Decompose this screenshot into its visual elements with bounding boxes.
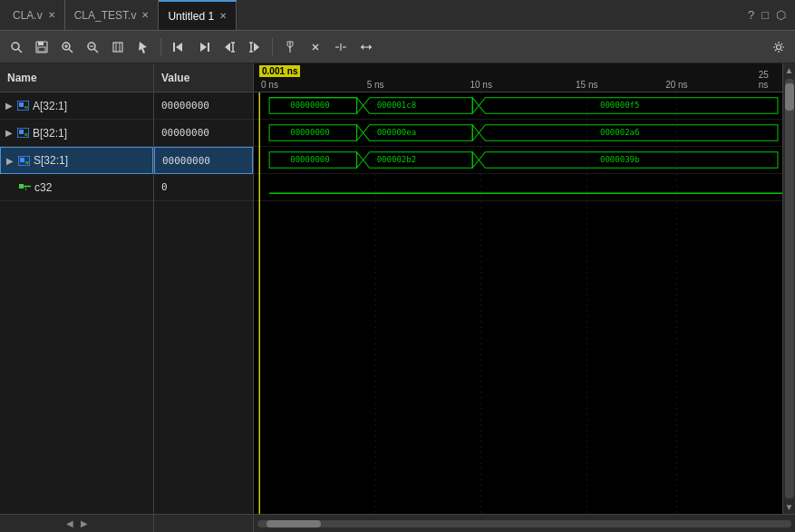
waveform-svg-s: 00000000 000002b2 0000039b bbox=[254, 147, 782, 173]
scroll-left-names-arrow[interactable]: ◀ bbox=[66, 518, 73, 528]
horiz-scroll-track[interactable] bbox=[257, 520, 791, 527]
tab-cla-v-close[interactable]: ✕ bbox=[48, 10, 55, 20]
remove-marker-button[interactable] bbox=[305, 36, 326, 58]
svg-text:00000000: 00000000 bbox=[290, 102, 329, 111]
svg-marker-24 bbox=[254, 43, 259, 52]
goto-start-button[interactable] bbox=[168, 36, 189, 58]
horiz-scroll-thumb[interactable] bbox=[267, 520, 321, 527]
value-row-a: 00000000 bbox=[154, 92, 253, 120]
svg-text:0000039b: 0000039b bbox=[600, 156, 639, 165]
svg-marker-70 bbox=[357, 152, 364, 168]
signal-name-a: A[32:1] bbox=[33, 100, 67, 112]
toolbar-sep-1 bbox=[160, 38, 161, 56]
wire-icon-c32: 1 bbox=[18, 181, 31, 194]
tab-cla-v-label: CLA.v bbox=[13, 9, 43, 22]
scroll-down-arrow[interactable]: ▼ bbox=[783, 500, 795, 514]
values-header: Value bbox=[154, 63, 253, 92]
vert-scroll-track[interactable] bbox=[785, 79, 794, 498]
tab-cla-test-v[interactable]: CLA_TEST.v ✕ bbox=[65, 0, 160, 30]
expand-s-icon[interactable]: ▶ bbox=[6, 156, 14, 166]
tab-untitled-1[interactable]: Untitled 1 ✕ bbox=[159, 0, 237, 30]
svg-text:000000ea: 000000ea bbox=[377, 129, 416, 138]
search-button[interactable] bbox=[5, 36, 27, 58]
add-marker-button[interactable] bbox=[279, 36, 301, 58]
svg-marker-37 bbox=[369, 44, 372, 50]
value-a: 00000000 bbox=[161, 100, 209, 111]
svg-point-0 bbox=[12, 43, 19, 50]
waveform-row-c32[interactable] bbox=[254, 174, 782, 201]
value-c32: 0 bbox=[161, 181, 168, 193]
lock-button[interactable] bbox=[330, 36, 352, 58]
cursor-mode-button[interactable] bbox=[132, 36, 154, 58]
svg-marker-15 bbox=[139, 42, 147, 53]
tab-cla-v[interactable]: CLA.v ✕ bbox=[4, 0, 65, 30]
expand-a-icon[interactable]: ▶ bbox=[5, 101, 13, 111]
expand-button[interactable] bbox=[355, 36, 377, 58]
vertical-scrollbar[interactable]: ▲ ▼ bbox=[782, 63, 795, 514]
goto-end-button[interactable] bbox=[193, 36, 215, 58]
waveform-content[interactable]: 00000000 000001c8 000000f5 00000000 bbox=[254, 92, 782, 514]
waveform-row-a[interactable]: 00000000 000001c8 000000f5 bbox=[254, 92, 782, 120]
svg-rect-43 bbox=[19, 130, 24, 134]
expand-b-icon[interactable]: ▶ bbox=[5, 128, 13, 138]
tab-untitled-1-close[interactable]: ✕ bbox=[219, 11, 227, 21]
signal-name-c32: c32 bbox=[34, 181, 52, 194]
title-bar-actions: ? □ ⬡ bbox=[748, 8, 791, 22]
scroll-up-arrow[interactable]: ▲ bbox=[783, 63, 795, 77]
values-scrollbar bbox=[154, 515, 254, 533]
zoom-in-button[interactable] bbox=[56, 36, 78, 58]
ruler-tick-20ns: 20 ns bbox=[665, 80, 687, 90]
help-icon[interactable]: ? bbox=[748, 8, 754, 22]
ruler-tick-0ns: 0 ns bbox=[261, 80, 278, 90]
waveform-row-b[interactable]: 00000000 000000ea 000002a6 bbox=[254, 120, 782, 147]
ruler-tick-10ns: 10 ns bbox=[470, 80, 491, 90]
detach-icon[interactable]: ⬡ bbox=[776, 8, 786, 22]
ruler-tick-25ns: 25 ns bbox=[759, 70, 775, 90]
names-header: Name bbox=[0, 63, 153, 92]
signal-row-b[interactable]: ▶ w B[32:1] bbox=[0, 120, 153, 147]
waveform-panel[interactable]: 0.001 ns 0 ns 5 ns 10 ns 15 ns 20 ns 25 … bbox=[254, 63, 782, 514]
settings-button[interactable] bbox=[768, 36, 790, 58]
horizontal-scrollbar[interactable] bbox=[254, 515, 795, 533]
svg-text:w: w bbox=[24, 104, 28, 110]
prev-edge-button[interactable] bbox=[218, 36, 240, 58]
cursor-time-label: 0.001 ns bbox=[259, 65, 300, 77]
svg-point-38 bbox=[777, 44, 781, 49]
signal-row-s[interactable]: ▶ w S[32:1] bbox=[0, 147, 153, 174]
value-row-c32: 0 bbox=[154, 174, 253, 201]
save-button[interactable] bbox=[31, 36, 53, 58]
names-panel: Name ▶ w A[32:1] ▶ w bbox=[0, 63, 154, 514]
bus-icon-s: w bbox=[17, 154, 30, 167]
value-s: 00000000 bbox=[162, 155, 210, 167]
value-row-s: 00000000 bbox=[154, 147, 253, 174]
ruler-tick-15ns: 15 ns bbox=[576, 80, 597, 90]
tab-cla-test-v-close[interactable]: ✕ bbox=[141, 10, 149, 20]
scroll-right-names-arrow[interactable]: ▶ bbox=[81, 518, 88, 528]
main-area: Name ▶ w A[32:1] ▶ w bbox=[0, 63, 795, 514]
svg-text:000002b2: 000002b2 bbox=[377, 156, 416, 165]
bottom-bar: ◀ ▶ bbox=[0, 514, 795, 532]
value-column-header: Value bbox=[161, 72, 189, 84]
vert-scroll-thumb[interactable] bbox=[785, 83, 794, 111]
value-row-b: 00000000 bbox=[154, 120, 253, 147]
svg-rect-3 bbox=[38, 42, 44, 45]
next-edge-button[interactable] bbox=[244, 36, 266, 58]
svg-line-10 bbox=[94, 49, 98, 53]
svg-text:00000000: 00000000 bbox=[290, 129, 329, 138]
signal-row-a[interactable]: ▶ w A[32:1] bbox=[0, 92, 153, 120]
zoom-out-button[interactable] bbox=[82, 36, 103, 58]
svg-text:000001c8: 000001c8 bbox=[377, 102, 416, 111]
restore-icon[interactable]: □ bbox=[761, 8, 769, 22]
tab-cla-test-v-label: CLA_TEST.v bbox=[74, 9, 137, 22]
svg-marker-65 bbox=[472, 125, 479, 140]
svg-text:w: w bbox=[24, 131, 28, 137]
values-panel: Value 00000000 00000000 00000000 0 bbox=[154, 63, 254, 514]
svg-rect-12 bbox=[113, 43, 122, 52]
svg-marker-36 bbox=[361, 44, 364, 50]
svg-rect-4 bbox=[38, 47, 45, 52]
waveform-row-s[interactable]: 00000000 000002b2 0000039b bbox=[254, 147, 782, 174]
signal-row-c32[interactable]: 1 c32 bbox=[0, 174, 153, 201]
waveform-ruler[interactable]: 0.001 ns 0 ns 5 ns 10 ns 15 ns 20 ns 25 … bbox=[254, 63, 782, 92]
names-scrollbar[interactable]: ◀ ▶ bbox=[0, 515, 154, 533]
fit-button[interactable] bbox=[107, 36, 129, 58]
